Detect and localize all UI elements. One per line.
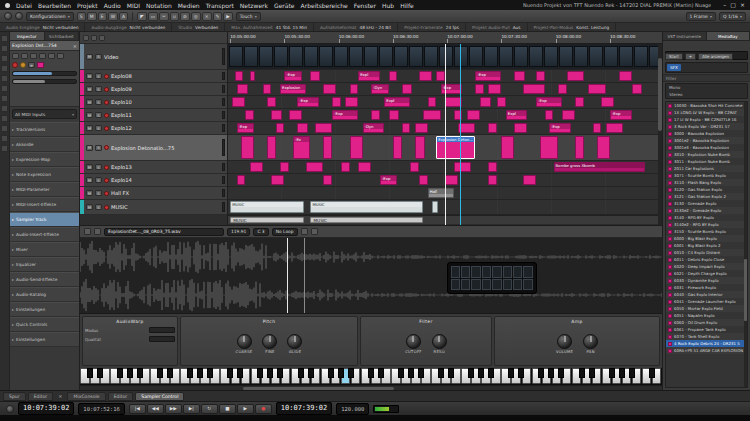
inspector-button[interactable] — [30, 53, 37, 59]
piano-black-key[interactable] — [197, 368, 203, 378]
knob-dial[interactable] — [432, 334, 447, 349]
tempo-display[interactable]: 120.000 — [336, 403, 369, 415]
audio-clip[interactable] — [267, 136, 276, 159]
audio-clip[interactable] — [419, 175, 428, 185]
track-row-video[interactable]: MSVideo — [80, 44, 227, 70]
solo-button[interactable]: S — [95, 99, 102, 105]
forward-button[interactable]: ▶▶ — [165, 404, 182, 414]
audio-clip[interactable]: -Exp — [380, 175, 397, 185]
channel-icon[interactable] — [1, 55, 8, 62]
lane-explo12[interactable]: -Exp-Dyn-Exp — [228, 122, 662, 135]
record-enable-button[interactable] — [12, 62, 18, 68]
audio-clip[interactable] — [241, 136, 254, 159]
piano-black-key[interactable] — [348, 368, 354, 378]
mute-button[interactable]: M — [86, 112, 93, 118]
inspector-section-midi-parameter[interactable]: ▸MIDI-Parameter — [10, 182, 79, 197]
solo-button[interactable]: S — [95, 112, 102, 118]
key-zone-cell[interactable] — [503, 279, 512, 291]
piano-black-key[interactable] — [257, 368, 263, 378]
zoom-tool[interactable]: ◎ — [191, 12, 201, 21]
piano-black-key[interactable] — [157, 368, 163, 378]
sample-tempo-field[interactable]: 119.91 — [227, 228, 250, 236]
key-zone-cell[interactable] — [461, 279, 470, 291]
media-item[interactable]: 6051 - Napalm Explo — [666, 312, 747, 319]
lane-explo09[interactable]: Explosion-Dyn-Exp — [228, 83, 662, 96]
transport-menu-button[interactable] — [6, 405, 14, 413]
piano-black-key[interactable] — [548, 368, 554, 378]
piano-black-key[interactable] — [579, 368, 585, 378]
automation-mode-dropdown[interactable]: Touch — [236, 12, 261, 21]
record-arm-button[interactable] — [104, 113, 109, 118]
knob-pan[interactable]: PAN — [583, 334, 598, 354]
menu-projekt[interactable]: Projekt — [77, 2, 98, 9]
mute-tool[interactable]: × — [202, 12, 212, 21]
audio-clip[interactable] — [280, 162, 289, 172]
audio-clip[interactable] — [350, 84, 359, 94]
piano-black-key[interactable] — [488, 368, 494, 378]
maximize-button[interactable]: ▢ — [730, 0, 736, 10]
sample-name-field[interactable]: ExplosionDet..._08_0R03_75.wav — [104, 228, 224, 236]
piano-black-key[interactable] — [298, 368, 304, 378]
lower-zone-tab-mixconsole[interactable]: MixConsole — [67, 392, 105, 401]
audio-clip[interactable] — [235, 71, 244, 81]
audio-clip[interactable] — [488, 162, 497, 172]
secondary-time-display[interactable]: 10:07:52:16 — [78, 403, 124, 415]
solo-button[interactable]: S — [95, 190, 102, 196]
piano-black-key[interactable] — [408, 368, 414, 378]
inspector-section-mixer[interactable]: ▸Mixer — [10, 242, 79, 257]
audio-clip[interactable] — [497, 97, 506, 107]
inspector-section-trackversions[interactable]: ▸TrackVersions — [10, 122, 79, 137]
input-routing-selector[interactable]: All MIDI Inputs — [12, 109, 77, 119]
apple-menu-icon[interactable] — [5, 3, 10, 8]
solo-button[interactable]: S — [95, 125, 102, 131]
transpose-icon[interactable] — [1, 125, 8, 132]
audio-clip[interactable] — [480, 97, 491, 107]
piano-black-key[interactable] — [277, 368, 283, 378]
audio-clip[interactable] — [488, 84, 501, 94]
piano-black-key[interactable] — [609, 368, 615, 378]
waveform-display[interactable] — [80, 238, 662, 314]
media-item[interactable]: 4 Rock Explo Debris 24 - DR231 5 — [666, 340, 747, 347]
mediabay-attribute-stereo[interactable]: Stereo — [666, 91, 747, 98]
sampler-transfer-button[interactable] — [311, 228, 318, 235]
range-selection-tool[interactable]: ▭ — [148, 12, 158, 21]
lane-explo13[interactable]: Bombe gross Xbomb — [228, 161, 662, 174]
audio-clip[interactable] — [588, 84, 605, 94]
audio-clip[interactable] — [289, 110, 302, 120]
track-search-button[interactable] — [99, 35, 105, 41]
solo-button[interactable]: S — [95, 86, 102, 92]
audio-clip[interactable] — [428, 97, 437, 107]
audio-clip[interactable] — [467, 110, 480, 120]
lane-explosion-detonatio-75[interactable]: -ExExplosion Deton... — [228, 135, 662, 161]
media-item[interactable]: 3150 - Scuttle Bomb Explo — [666, 228, 747, 235]
audio-clip[interactable] — [597, 136, 610, 159]
loop-mode-field[interactable]: No Loop — [272, 228, 298, 236]
audio-clip[interactable]: -Exp — [332, 110, 358, 120]
track-row-explo12[interactable]: MSExplo12 — [80, 122, 227, 135]
audio-clip[interactable] — [237, 84, 248, 94]
audio-clip[interactable] — [454, 110, 463, 120]
solo-button[interactable]: S — [95, 54, 102, 60]
record-button[interactable]: ● — [255, 404, 272, 414]
piano-black-key[interactable] — [558, 368, 564, 378]
glue-tool[interactable]: ∪ — [170, 12, 179, 21]
draw-tool[interactable]: ✎ — [213, 12, 223, 21]
audio-clip[interactable]: Explosion — [280, 84, 306, 94]
record-arm-button[interactable] — [104, 191, 109, 196]
mediabay-attribute-mono[interactable]: Mono — [666, 84, 747, 91]
automation-icon[interactable] — [1, 75, 8, 82]
piano-black-key[interactable] — [589, 368, 595, 378]
mute-button[interactable]: M — [86, 54, 93, 60]
lane-explo14[interactable]: -Exp — [228, 174, 662, 187]
mute-button[interactable]: M — [86, 190, 93, 196]
mute-button[interactable]: M — [86, 99, 93, 105]
audio-clip[interactable] — [389, 71, 398, 81]
audio-clip[interactable] — [393, 136, 402, 159]
signature-icon[interactable] — [1, 105, 8, 112]
knob-reso[interactable]: RESO — [432, 334, 447, 354]
audio-clip[interactable] — [263, 84, 272, 94]
track-filter-button[interactable] — [91, 35, 97, 41]
audio-clip[interactable]: Expl — [358, 71, 380, 81]
audio-clip[interactable] — [250, 162, 263, 172]
edit-channel-button[interactable]: e — [28, 62, 35, 68]
